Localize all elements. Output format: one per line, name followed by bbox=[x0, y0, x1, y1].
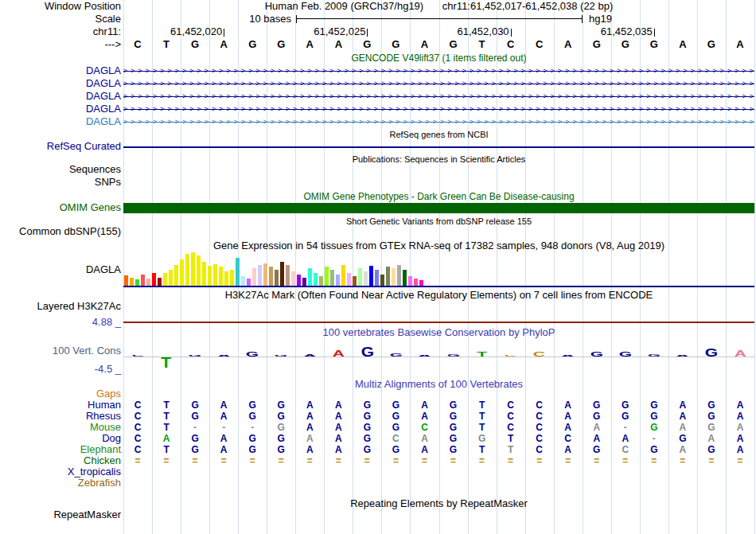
gtex-bar[interactable] bbox=[185, 254, 189, 286]
gtex-bar[interactable] bbox=[408, 276, 412, 286]
gtex-bar[interactable] bbox=[258, 265, 262, 286]
gtex-bar[interactable] bbox=[169, 270, 173, 286]
gtex-bar[interactable] bbox=[180, 259, 184, 286]
gtex-bar[interactable] bbox=[375, 270, 379, 286]
gtex-bar[interactable] bbox=[319, 276, 323, 286]
gene-track-label[interactable]: DAGLA bbox=[0, 103, 121, 115]
multiz-species-label[interactable]: Elephant bbox=[0, 444, 121, 455]
multiz-species-label[interactable]: Dog bbox=[0, 433, 121, 444]
dbsnp-track-label[interactable]: Common dbSNP(155) bbox=[0, 226, 121, 237]
gtex-bar[interactable] bbox=[308, 268, 312, 286]
gtex-bar[interactable] bbox=[135, 279, 139, 286]
gtex-bar[interactable] bbox=[364, 271, 368, 286]
gtex-bar[interactable] bbox=[124, 275, 128, 286]
gtex-bar[interactable] bbox=[392, 268, 396, 286]
gtex-bar[interactable] bbox=[353, 276, 357, 286]
gtex-bar[interactable] bbox=[369, 266, 373, 286]
snps-track-label[interactable]: SNPs bbox=[0, 177, 121, 188]
gtex-bar[interactable] bbox=[325, 267, 329, 286]
gtex-bar[interactable] bbox=[152, 273, 156, 286]
multiz-cell: C bbox=[536, 411, 543, 422]
gtex-bar[interactable] bbox=[280, 262, 284, 286]
gene-arrow-row[interactable]: >>>>>>>>>>>>>>>>>>>>>>>>>>>>>>>>>>>>>>>>… bbox=[123, 115, 754, 128]
gtex-bar[interactable] bbox=[336, 275, 340, 286]
gene-track-label[interactable]: DAGLA bbox=[0, 78, 121, 89]
gtex-bar[interactable] bbox=[213, 264, 217, 286]
gene-track-label[interactable]: DAGLA bbox=[0, 65, 121, 76]
gtex-bar[interactable] bbox=[330, 270, 334, 286]
refseq-curated-line[interactable] bbox=[123, 146, 754, 148]
gtex-bar[interactable] bbox=[291, 271, 295, 286]
gtex-bar[interactable] bbox=[286, 265, 290, 286]
gtex-bar[interactable] bbox=[380, 275, 384, 286]
repeatmasker-track-label[interactable]: RepeatMasker bbox=[0, 509, 121, 520]
multiz-species-label[interactable]: Chicken bbox=[0, 455, 121, 466]
refseq-title[interactable]: RefSeq genes from NCBI bbox=[123, 129, 754, 140]
gtex-bar[interactable] bbox=[236, 258, 240, 286]
gtex-bar[interactable] bbox=[252, 268, 256, 286]
gene-track-label[interactable]: DAGLA bbox=[0, 91, 121, 102]
refseq-track-label[interactable]: RefSeq Curated bbox=[0, 141, 121, 152]
gtex-bar[interactable] bbox=[224, 271, 228, 286]
gtex-bar[interactable] bbox=[202, 262, 206, 286]
gtex-bar[interactable] bbox=[414, 279, 418, 286]
gtex-bar[interactable] bbox=[141, 275, 145, 286]
multiz-cell: T bbox=[163, 400, 169, 411]
gtex-bar[interactable] bbox=[358, 268, 362, 286]
repeatmasker-title[interactable]: Repeating Elements by RepeatMasker bbox=[123, 498, 754, 509]
gene-arrow-row[interactable]: >>>>>>>>>>>>>>>>>>>>>>>>>>>>>>>>>>>>>>>>… bbox=[123, 103, 754, 115]
gene-arrow-row[interactable]: >>>>>>>>>>>>>>>>>>>>>>>>>>>>>>>>>>>>>>>>… bbox=[123, 90, 754, 103]
gene-arrow-row[interactable]: >>>>>>>>>>>>>>>>>>>>>>>>>>>>>>>>>>>>>>>>… bbox=[123, 64, 754, 77]
multiz-species-label[interactable]: Human bbox=[0, 400, 121, 411]
gtex-bar[interactable] bbox=[158, 278, 162, 286]
gtex-bar[interactable] bbox=[130, 278, 134, 286]
h3k27ac-title[interactable]: H3K27Ac Mark (Often Found Near Active Re… bbox=[123, 290, 754, 301]
multiz-species-label[interactable]: Gaps bbox=[0, 388, 121, 400]
gtex-bar[interactable] bbox=[275, 270, 279, 286]
gtex-bar[interactable] bbox=[208, 266, 212, 286]
gtex-bar[interactable] bbox=[263, 263, 267, 286]
gtex-bar[interactable] bbox=[347, 273, 351, 286]
gtex-bar[interactable] bbox=[302, 278, 306, 286]
gtex-track-label[interactable]: DAGLA bbox=[0, 264, 121, 275]
gtex-bar[interactable] bbox=[341, 265, 345, 286]
h3k27ac-track-label[interactable]: Layered H3K27Ac bbox=[0, 301, 121, 312]
gtex-bar[interactable] bbox=[163, 273, 167, 286]
gtex-bar[interactable] bbox=[197, 255, 201, 286]
phylop-title[interactable]: 100 vertebrates Basewise Conservation by… bbox=[123, 327, 754, 338]
multiz-cell: G bbox=[450, 433, 457, 444]
publications-title[interactable]: Publications: Sequences in Scientific Ar… bbox=[123, 154, 754, 165]
cons-track-label[interactable]: 100 Vert. Cons bbox=[0, 345, 121, 357]
gtex-bar[interactable] bbox=[403, 270, 407, 286]
phylop-mark: C bbox=[130, 355, 146, 357]
dbsnp-title[interactable]: Short Genetic Variants from dbSNP releas… bbox=[123, 216, 754, 227]
gene-track-label[interactable]: DAGLA bbox=[0, 116, 121, 127]
gene-arrow-row[interactable]: >>>>>>>>>>>>>>>>>>>>>>>>>>>>>>>>>>>>>>>>… bbox=[123, 77, 754, 90]
gtex-bar[interactable] bbox=[247, 279, 251, 286]
gtex-bar[interactable] bbox=[297, 275, 301, 286]
gtex-bar[interactable] bbox=[191, 252, 195, 286]
gtex-bar[interactable] bbox=[419, 280, 423, 286]
omim-bar[interactable] bbox=[123, 203, 754, 213]
multiz-species-label[interactable]: Zebrafish bbox=[0, 477, 121, 489]
gtex-bar[interactable] bbox=[386, 267, 390, 286]
omim-track-label[interactable]: OMIM Genes bbox=[0, 202, 121, 213]
base-letter: G bbox=[363, 39, 371, 50]
gtex-title[interactable]: Gene Expression in 54 tissues from GTEx … bbox=[123, 240, 754, 251]
gencode-title[interactable]: GENCODE V49lift37 (1 items filtered out) bbox=[123, 53, 754, 64]
multiz-species-label[interactable]: X_tropicalis bbox=[0, 466, 121, 477]
gtex-bar[interactable] bbox=[397, 265, 401, 286]
h3k27ac-baseline[interactable] bbox=[123, 322, 754, 323]
gtex-bar[interactable] bbox=[174, 265, 178, 286]
multiz-species-label[interactable]: Mouse bbox=[0, 422, 121, 433]
gtex-bar[interactable] bbox=[146, 279, 150, 286]
multiz-title[interactable]: Multiz Alignments of 100 Vertebrates bbox=[123, 379, 754, 390]
gtex-bar[interactable] bbox=[230, 270, 234, 286]
gtex-bar[interactable] bbox=[314, 273, 318, 286]
multiz-species-label[interactable]: Rhesus bbox=[0, 411, 121, 422]
gtex-bar[interactable] bbox=[241, 276, 245, 286]
gtex-bar[interactable] bbox=[219, 267, 223, 286]
gtex-bar[interactable] bbox=[269, 267, 273, 286]
sequences-track-label[interactable]: Sequences bbox=[0, 164, 121, 175]
omim-title[interactable]: OMIM Gene Phenotypes - Dark Green Can Be… bbox=[123, 191, 754, 202]
